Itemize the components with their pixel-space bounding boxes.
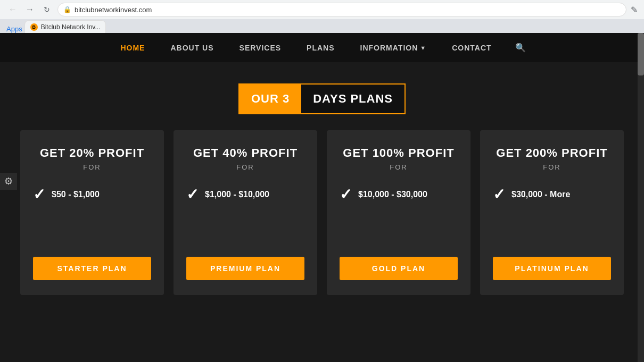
platinum-range: $30,000 - More [511,190,570,199]
gold-range-row: ✓ $10,000 - $30,000 [340,187,458,202]
gold-check-icon: ✓ [340,187,352,202]
tab-favicon: B [30,23,38,31]
hero-section: OUR 3 DAYS PLANS [0,62,644,130]
premium-for: FOR [186,163,304,171]
platinum-check-icon: ✓ [493,187,505,202]
scrollbar-track[interactable] [638,33,644,362]
starter-range: $50 - $1,000 [52,190,100,199]
starter-check-icon: ✓ [33,187,45,202]
gear-icon: ⚙ [4,175,13,187]
starter-plan-card: GET 20% PROFIT FOR ✓ $50 - $1,000 STARTE… [20,130,164,295]
tab-title: Bitclub Network Inv... [41,23,101,31]
url-text: bitclubnetworkinvest.com [75,6,152,14]
settings-tab[interactable]: ⚙ [0,173,17,190]
reload-button[interactable]: ↻ [40,3,53,16]
tabs-bar: Apps B Bitclub Network Inv... [0,19,644,33]
browser-toolbar: ← → ↻ 🔒 bitclubnetworkinvest.com ✎ [0,0,644,19]
nav-home[interactable]: HOME [118,44,147,52]
scrollbar-thumb[interactable] [638,33,644,75]
nav-services[interactable]: SERVICES [237,44,284,52]
premium-plan-card: GET 40% PROFIT FOR ✓ $1,000 - $10,000 PR… [174,130,317,295]
lock-icon: 🔒 [63,6,71,13]
platinum-plan-button[interactable]: PLATINUM PLAN [493,257,611,280]
gold-profit: GET 100% PROFIT [340,146,458,160]
premium-range: $1,000 - $10,000 [205,190,269,199]
plans-section: GET 20% PROFIT FOR ✓ $50 - $1,000 STARTE… [0,130,644,311]
gold-for: FOR [340,163,458,171]
platinum-profit: GET 200% PROFIT [493,146,611,160]
platinum-plan-card: GET 200% PROFIT FOR ✓ $30,000 - More PLA… [480,130,624,295]
premium-profit: GET 40% PROFIT [186,146,304,160]
browser-extension-icon: ✎ [631,5,638,15]
starter-range-row: ✓ $50 - $1,000 [33,187,151,202]
platinum-for: FOR [493,163,611,171]
premium-range-row: ✓ $1,000 - $10,000 [186,187,304,202]
back-button[interactable]: ← [6,3,19,16]
nav-about[interactable]: ABOUT US [168,44,216,52]
main-nav: HOME ABOUT US SERVICES PLANS INFORMATION… [0,33,644,62]
browser-tab[interactable]: B Bitclub Network Inv... [24,20,106,33]
chevron-down-icon: ▼ [420,45,426,51]
gold-plan-button[interactable]: GOLD PLAN [340,257,458,280]
browser-chrome: ← → ↻ 🔒 bitclubnetworkinvest.com ✎ Apps … [0,0,644,33]
premium-check-icon: ✓ [186,187,199,202]
starter-for: FOR [33,163,151,171]
badge-our3: OUR 3 [240,85,301,113]
website: HOME ABOUT US SERVICES PLANS INFORMATION… [0,33,644,311]
platinum-range-row: ✓ $30,000 - More [493,187,611,202]
gold-range: $10,000 - $30,000 [358,190,427,199]
gold-plan-card: GET 100% PROFIT FOR ✓ $10,000 - $30,000 … [327,130,470,295]
badge-days-plans: DAYS PLANS [301,85,404,113]
nav-contact[interactable]: CONTACT [450,44,493,52]
starter-plan-button[interactable]: STARTER PLAN [33,257,151,280]
premium-plan-button[interactable]: PREMIUM PLAN [186,257,304,280]
apps-link[interactable]: Apps [6,25,22,33]
search-icon[interactable]: 🔍 [515,43,526,53]
starter-profit: GET 20% PROFIT [33,146,151,160]
nav-plans[interactable]: PLANS [304,44,336,52]
plans-badge: OUR 3 DAYS PLANS [238,83,406,114]
forward-button[interactable]: → [23,3,36,16]
address-bar[interactable]: 🔒 bitclubnetworkinvest.com [57,3,626,16]
nav-information[interactable]: INFORMATION ▼ [358,44,429,52]
